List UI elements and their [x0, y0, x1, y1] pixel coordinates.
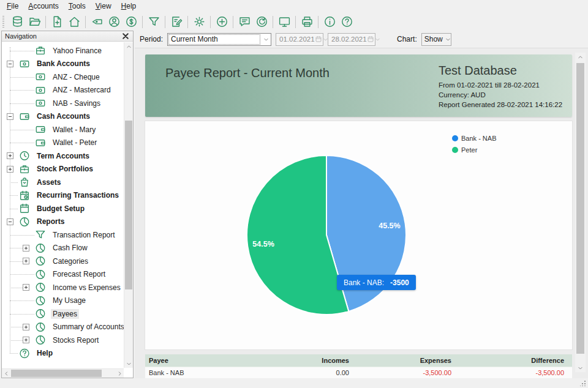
nav-horizontal-scrollbar[interactable]: [2, 368, 124, 378]
expand-plus-icon[interactable]: [23, 258, 29, 264]
nav-item-income-vs-expenses[interactable]: Income vs Expenses: [2, 281, 124, 294]
toolbar-comment-button[interactable]: [236, 14, 253, 29]
nav-item-wallet-mary[interactable]: Wallet - Mary: [2, 123, 124, 136]
table-row[interactable]: Bank - NAB0.00-3,500.00-3,500.00: [145, 367, 572, 378]
tree-connector-line: [10, 51, 34, 51]
period-combobox[interactable]: Current Month: [167, 33, 271, 46]
toolbar-new-file-button[interactable]: [48, 14, 66, 29]
nav-item-cash-accounts[interactable]: Cash Accounts: [2, 110, 124, 124]
nav-item-label: NAB - Savings: [51, 99, 102, 108]
nav-item-cash-flow[interactable]: Cash Flow: [2, 242, 124, 255]
nav-item-forecast-report[interactable]: Forecast Report: [2, 268, 124, 282]
table-cell: -3,500.00: [451, 369, 564, 376]
nav-item-label: ANZ - Mastercard: [51, 85, 113, 95]
column-header-expenses[interactable]: Expenses: [349, 357, 451, 364]
nav-item-yahoo-finance[interactable]: Yahoo Finance: [2, 44, 124, 58]
content-vscroll-thumb[interactable]: [576, 63, 584, 354]
expand-plus-icon[interactable]: [7, 166, 13, 173]
nav-item-payees[interactable]: Payees: [2, 307, 124, 321]
nav-item-anz-mastercard[interactable]: ANZ - Mastercard: [2, 84, 124, 97]
toolbar-info-button[interactable]: [321, 14, 338, 29]
nav-vscroll-thumb[interactable]: [125, 121, 132, 290]
toolbar-edit-note-button[interactable]: [168, 14, 185, 29]
toolbar-refresh-button[interactable]: [253, 14, 270, 29]
chevron-down-icon[interactable]: [261, 34, 271, 45]
expand-plus-icon[interactable]: [23, 337, 29, 343]
toolbar-open-folder-button[interactable]: [26, 14, 43, 29]
chevron-up-icon[interactable]: [575, 53, 586, 61]
chart-show-combobox[interactable]: Show: [421, 33, 451, 46]
nav-item-wallet-peter[interactable]: Wallet - Peter: [2, 136, 124, 150]
toolbar-tag-button[interactable]: [88, 14, 105, 29]
chevron-right-icon[interactable]: [115, 369, 124, 378]
chevron-down-icon[interactable]: [445, 34, 451, 45]
tree-connector-line: [10, 340, 23, 341]
menu-file[interactable]: File: [2, 1, 23, 12]
nav-item-label: Help: [35, 348, 55, 358]
toolbar-help-button[interactable]: [338, 14, 355, 29]
wallet-icon: [34, 137, 47, 149]
toolbar-grip-handle[interactable]: [2, 16, 4, 28]
date-to-field[interactable]: 28.02.2021: [328, 33, 375, 46]
toolbar-plus-circle-button[interactable]: [213, 14, 230, 29]
pie-icon: [34, 308, 47, 319]
chevron-down-icon[interactable]: [375, 37, 380, 42]
toolbar-filter-button[interactable]: [145, 14, 162, 29]
nav-item-anz-cheque[interactable]: ANZ - Cheque: [2, 70, 124, 84]
pie-icon: [34, 255, 47, 267]
toolbar-dollar-circle-button[interactable]: [123, 14, 140, 29]
nav-item-assets[interactable]: Assets: [2, 176, 124, 189]
database-icon: [11, 15, 24, 28]
nav-item-categories[interactable]: Categories: [2, 255, 124, 268]
nav-item-label: Wallet - Peter: [51, 138, 99, 147]
nav-item-transaction-report[interactable]: Transaction Report: [2, 228, 124, 242]
toolbar-gear-button[interactable]: [190, 14, 208, 29]
column-header-difference[interactable]: Difference: [451, 357, 564, 364]
expand-plus-icon[interactable]: [23, 284, 29, 291]
nav-item-label: Cash Flow: [51, 243, 89, 253]
collapse-minus-icon[interactable]: [7, 218, 13, 225]
chevron-down-icon[interactable]: [124, 359, 134, 368]
nav-hscroll-thumb[interactable]: [11, 370, 102, 377]
nav-item-recurring-transactions[interactable]: Recurring Transactions: [2, 189, 124, 203]
nav-item-stock-portfolios[interactable]: Stock Portfolios: [2, 163, 124, 176]
toolbar-home-button[interactable]: [66, 14, 83, 29]
nav-item-term-accounts[interactable]: Term Accounts: [2, 149, 124, 163]
nav-item-budget-setup[interactable]: Budget Setup: [2, 202, 124, 215]
close-icon[interactable]: [123, 32, 130, 40]
toolbar-printer-button[interactable]: [298, 14, 315, 29]
toolbar-separator: [233, 16, 233, 28]
resize-grip-icon[interactable]: [580, 381, 586, 386]
nav-item-reports[interactable]: Reports: [2, 215, 124, 229]
pie-icon: [34, 282, 47, 293]
collapse-minus-icon[interactable]: [7, 61, 13, 67]
expand-plus-icon[interactable]: [23, 324, 29, 330]
nav-item-bank-accounts[interactable]: Bank Accounts: [2, 58, 124, 71]
menu-view[interactable]: View: [91, 1, 116, 12]
column-header-payee[interactable]: Payee: [145, 357, 282, 364]
expand-plus-icon[interactable]: [7, 152, 13, 159]
expand-plus-icon[interactable]: [23, 245, 29, 252]
toolbar-user-circle-button[interactable]: [105, 14, 123, 29]
chevron-up-icon[interactable]: [124, 42, 134, 51]
nav-vertical-scrollbar[interactable]: [124, 42, 133, 368]
toolbar-monitor-button[interactable]: [276, 14, 293, 29]
content-vertical-scrollbar[interactable]: [575, 53, 586, 372]
menu-accounts[interactable]: Accounts: [23, 1, 63, 12]
nav-item-stocks-report[interactable]: Stocks Report: [2, 334, 124, 347]
nav-item-summary-of-accounts[interactable]: Summary of Accounts: [2, 321, 124, 334]
nav-item-nab-savings[interactable]: NAB - Savings: [2, 97, 124, 110]
date-from-field[interactable]: 01.02.2021: [276, 33, 323, 46]
column-header-incomes[interactable]: Incomes: [282, 357, 349, 364]
printer-icon: [301, 15, 314, 28]
chevron-left-icon[interactable]: [2, 369, 10, 378]
collapse-minus-icon[interactable]: [7, 113, 13, 120]
menu-help[interactable]: Help: [116, 1, 141, 12]
bag-icon: [18, 176, 31, 188]
nav-item-my-usage[interactable]: My Usage: [2, 294, 124, 308]
nav-item-help[interactable]: Help: [2, 347, 124, 360]
toolbar-database-button[interactable]: [9, 14, 26, 29]
table-cell: Bank - NAB: [145, 369, 282, 376]
menu-tools[interactable]: Tools: [64, 1, 91, 12]
chevron-down-icon[interactable]: [575, 364, 586, 372]
